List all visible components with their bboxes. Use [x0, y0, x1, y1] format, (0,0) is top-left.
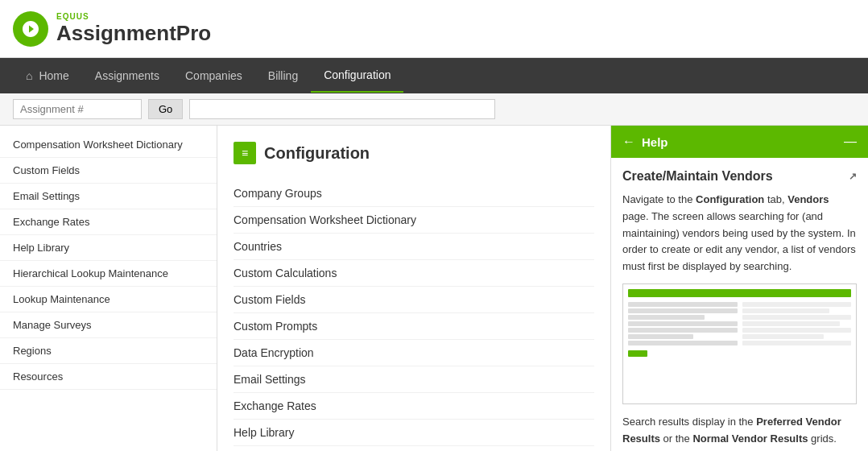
list-item-custom-prompts[interactable]: Custom Prompts — [234, 313, 594, 340]
list-item-custom-calc[interactable]: Custom Calculations — [234, 260, 594, 287]
help-panel: ← Help — Create/Maintain Vendors ↗ Navig… — [610, 126, 868, 451]
sidebar-item-manage-surveys[interactable]: Manage Surveys — [0, 312, 217, 338]
main-content: Compensation Worksheet Dictionary Custom… — [0, 126, 868, 451]
help-title: Help — [642, 135, 668, 149]
logo-icon — [13, 11, 48, 47]
help-screenshot — [622, 283, 857, 404]
content-area: ≡ Configuration Company Groups Compensat… — [217, 126, 610, 451]
help-header-left: ← Help — [622, 134, 668, 149]
list-item-help-library[interactable]: Help Library — [234, 420, 594, 446]
help-section-title-text: Create/Maintain Vendors — [622, 169, 773, 184]
nav-assignments[interactable]: Assignments — [82, 60, 172, 92]
logo-text: EQUUS AssignmentPro — [56, 12, 211, 46]
sidebar-item-lookup-maintenance[interactable]: Lookup Maintenance — [0, 287, 217, 312]
sidebar-item-email-settings[interactable]: Email Settings — [0, 184, 217, 209]
list-item-exchange-rates[interactable]: Exchange Rates — [234, 393, 594, 420]
list-item-custom-fields[interactable]: Custom Fields — [234, 287, 594, 313]
help-minimize-button[interactable]: — — [844, 134, 857, 149]
sidebar-item-exchange-rates[interactable]: Exchange Rates — [0, 209, 217, 235]
search-input[interactable] — [13, 99, 142, 119]
help-back-button[interactable]: ← — [622, 134, 635, 149]
app-header: EQUUS AssignmentPro — [0, 0, 868, 58]
sidebar-item-custom-fields[interactable]: Custom Fields — [0, 158, 217, 184]
list-item-countries[interactable]: Countries — [234, 234, 594, 260]
help-external-link[interactable]: ↗ — [849, 171, 857, 182]
nav-configuration[interactable]: Configuration — [311, 59, 403, 93]
logo-equus: EQUUS — [56, 12, 211, 21]
logo-app-name: AssignmentPro — [56, 21, 211, 46]
nav-companies[interactable]: Companies — [172, 60, 255, 92]
sidebar: Compensation Worksheet Dictionary Custom… — [0, 126, 217, 451]
nav-billing[interactable]: Billing — [255, 60, 311, 92]
search-bar: Go — [0, 93, 868, 126]
help-paragraph-2: Search results display in the Preferred … — [622, 414, 857, 448]
help-paragraph-1: Navigate to the Configuration tab, Vendo… — [622, 192, 857, 275]
list-item-comp-worksheet[interactable]: Compensation Worksheet Dictionary — [234, 207, 594, 234]
nav-home[interactable]: Home — [13, 60, 82, 92]
content-title: Configuration — [264, 144, 370, 163]
help-panel-header: ← Help — — [611, 126, 868, 158]
help-section-title: Create/Maintain Vendors ↗ — [622, 169, 857, 184]
sidebar-item-help-library[interactable]: Help Library — [0, 235, 217, 261]
content-header: ≡ Configuration — [234, 142, 594, 164]
search-extra-input[interactable] — [189, 99, 495, 119]
sidebar-item-hierarchical-lookup[interactable]: Hierarchical Lookup Maintenance — [0, 261, 217, 287]
list-item-email-settings[interactable]: Email Settings — [234, 366, 594, 393]
main-nav: Home Assignments Companies Billing Confi… — [0, 58, 868, 93]
configuration-icon: ≡ — [234, 142, 256, 164]
search-go-button[interactable]: Go — [148, 99, 183, 119]
help-body: Create/Maintain Vendors ↗ Navigate to th… — [611, 158, 868, 451]
list-item-company-groups[interactable]: Company Groups — [234, 180, 594, 207]
sidebar-item-regions[interactable]: Regions — [0, 338, 217, 364]
configuration-list: Company Groups Compensation Worksheet Di… — [234, 180, 594, 446]
list-item-data-encryption[interactable]: Data Encryption — [234, 340, 594, 366]
sidebar-item-compensation-worksheet[interactable]: Compensation Worksheet Dictionary — [0, 132, 217, 158]
sidebar-item-resources[interactable]: Resources — [0, 364, 217, 390]
